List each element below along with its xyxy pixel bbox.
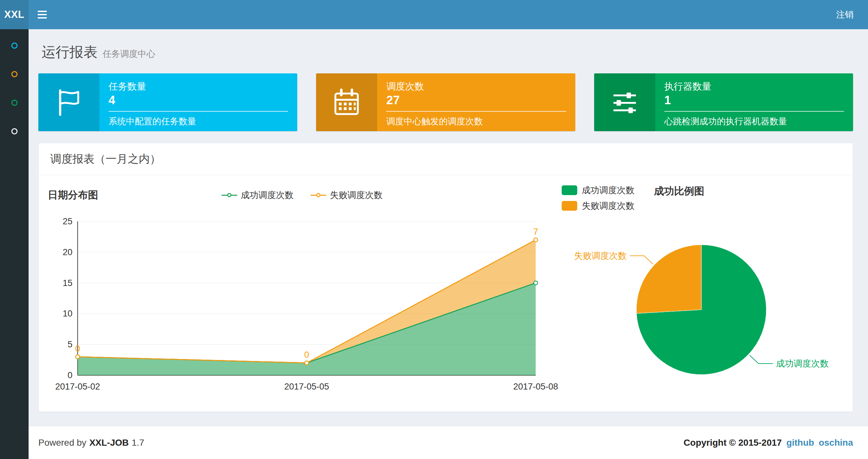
footer: Powered by XXL-JOB 1.7 Copyright © 2015-… [29,426,868,459]
logout-link[interactable]: 注销 [832,5,858,24]
date-distribution-chart: 05101520252017-05-022017-05-052017-05-08… [48,206,561,400]
sidebar [0,29,29,459]
circle-icon [11,128,18,134]
svg-text:0: 0 [304,350,309,360]
circle-icon [11,71,18,77]
report-panel: 调度报表（一月之内） 日期分布图 成功调度次数 [38,143,853,412]
svg-text:5: 5 [68,339,72,349]
stat-title: 执行器数量 [664,80,844,92]
top-navbar: XXL 注销 [0,0,868,29]
svg-text:失败调度次数: 失败调度次数 [574,251,627,261]
calendar-icon [331,87,362,118]
legend-label: 成功调度次数 [241,189,294,201]
sidebar-item-2[interactable] [0,60,29,88]
stat-title: 任务数量 [108,80,288,92]
svg-text:25: 25 [63,217,72,226]
line-chart-title: 日期分布图 [48,188,98,202]
stat-title: 调度次数 [386,80,566,92]
legend-swatch-icon [562,201,577,211]
svg-text:15: 15 [63,278,72,288]
svg-text:7: 7 [533,227,538,237]
stat-value: 4 [108,92,288,112]
circle-icon [11,42,18,49]
stat-box-jobs: 任务数量 4 系统中配置的任务数量 [38,73,297,131]
svg-text:成功调度次数: 成功调度次数 [776,359,829,368]
legend-swatch-icon [562,185,577,195]
app-logo-text: XXL [4,9,24,21]
report-panel-title: 调度报表（一月之内） [39,143,853,175]
svg-text:2017-05-08: 2017-05-08 [513,382,558,392]
sidebar-item-4[interactable] [0,117,29,145]
line-chart-legend: 成功调度次数 失败调度次数 [98,189,506,201]
page-title: 运行报表 [41,43,97,62]
legend-label: 失败调度次数 [582,200,634,211]
svg-text:2017-05-02: 2017-05-02 [55,382,100,392]
legend-item-fail[interactable]: 失败调度次数 [562,200,634,211]
stat-value: 1 [664,92,844,112]
date-distribution-section: 日期分布图 成功调度次数 [48,185,561,400]
main-area: 运行报表 任务调度中心 任务数量 4 [29,29,868,459]
legend-item-fail[interactable]: 失败调度次数 [311,189,383,201]
svg-text:10: 10 [63,309,72,319]
page-header: 运行报表 任务调度中心 [41,43,853,62]
success-ratio-section: 成功调度次数 失败调度次数 成功比例图 成功调度次数失败调度次数 [562,185,847,400]
sliders-icon [609,87,640,118]
product-version: 1.7 [131,437,144,448]
stat-box-triggers: 调度次数 27 调度中心触发的调度次数 [316,73,575,131]
pie-chart-title: 成功比例图 [654,185,704,198]
pie-chart-legend: 成功调度次数 失败调度次数 [562,185,634,211]
product-name: XXL-JOB [89,437,129,448]
legend-line-marker-icon [311,195,326,196]
svg-text:0: 0 [75,344,80,354]
legend-label: 失败调度次数 [330,189,383,201]
github-link[interactable]: github [786,437,814,448]
circle-icon [11,100,18,106]
sidebar-toggle-button[interactable] [29,0,56,29]
stat-box-executors: 执行器数量 1 心跳检测成功的执行器机器数量 [594,73,853,131]
sidebar-item-3[interactable] [0,88,29,117]
page-subtitle: 任务调度中心 [103,48,155,60]
success-ratio-pie-chart: 成功调度次数失败调度次数 [562,216,841,397]
stat-desc: 系统中配置的任务数量 [108,116,288,127]
sidebar-item-1[interactable] [0,31,29,60]
oschina-link[interactable]: oschina [818,437,853,448]
svg-text:20: 20 [63,248,72,257]
svg-text:0: 0 [68,370,72,380]
powered-by-text: Powered by [38,437,86,448]
app-logo[interactable]: XXL [0,0,29,29]
legend-line-marker-icon [221,195,237,196]
legend-item-success[interactable]: 成功调度次数 [221,189,294,201]
legend-item-success[interactable]: 成功调度次数 [562,185,634,196]
stat-value: 27 [386,92,566,112]
flag-icon [53,87,85,118]
legend-label: 成功调度次数 [582,185,634,196]
stat-boxes: 任务数量 4 系统中配置的任务数量 [38,73,853,131]
stat-desc: 调度中心触发的调度次数 [386,116,566,127]
svg-text:2017-05-05: 2017-05-05 [284,382,329,392]
stat-desc: 心跳检测成功的执行器机器数量 [664,116,844,127]
copyright-text: Copyright © 2015-2017 [683,437,782,448]
